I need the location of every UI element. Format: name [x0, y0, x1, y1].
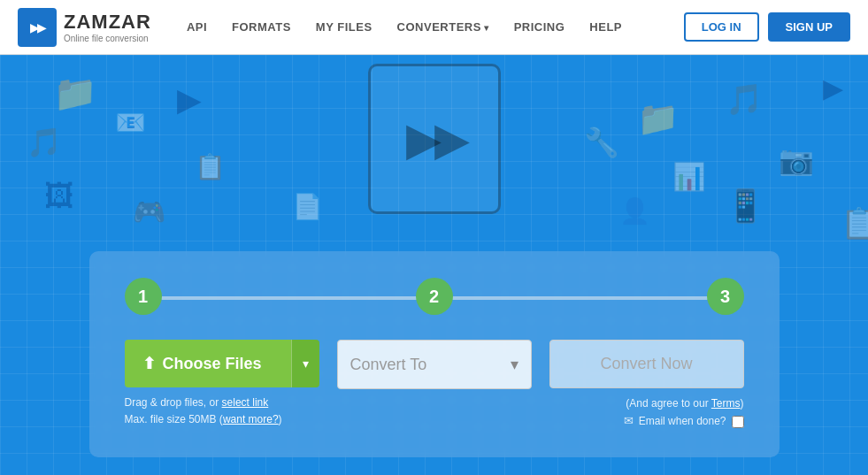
sketch-icon-11: 📷 [779, 143, 814, 177]
agree-text: (And agree to our [626, 397, 711, 410]
nav-links: API FORMATS MY FILES CONVERTERS PRICING … [187, 20, 684, 34]
choose-btn-wrap: ⬆ Choose Files ▾ [125, 340, 319, 387]
navigation: ZAMZAR Online file conversion API FORMAT… [0, 0, 868, 55]
nav-myfiles[interactable]: MY FILES [316, 20, 373, 34]
convert-sub: (And agree to our Terms) ✉ Email when do… [549, 395, 744, 431]
choose-files-button[interactable]: ⬆ Choose Files [125, 340, 291, 387]
logo-name: ZAMZAR [64, 11, 151, 34]
choose-files-hint: Drag & drop files, or select link Max. f… [125, 395, 319, 428]
max-size-text: Max. file size 50MB ( [125, 413, 223, 425]
center-play-sketch [368, 64, 501, 214]
sketch-icon-7: 📋 [195, 152, 226, 181]
nav-converters[interactable]: CONVERTERS [397, 20, 489, 34]
agree-end: ) [741, 397, 744, 410]
email-icon: ✉ [624, 412, 634, 431]
hero-section: 📁 🎵 🖼 📧 🎮 ▶ 📋 📁 📊 🎵 📷 📱 ▶ 📋 🔧 👤 📄 1 2 3 [0, 55, 868, 475]
sketch-icon-16: 👤 [619, 196, 650, 226]
sketch-icon-1: 📁 [53, 73, 97, 114]
choose-files-dropdown-button[interactable]: ▾ [291, 340, 319, 387]
choose-arrow-icon: ▾ [303, 356, 309, 371]
sketch-icon-9: 📊 [672, 161, 705, 192]
signup-button[interactable]: SIGN UP [768, 12, 850, 42]
step-2-circle: 2 [416, 278, 453, 315]
sketch-icon-15: 🔧 [584, 126, 619, 159]
select-link[interactable]: select link [222, 396, 269, 409]
email-checkbox[interactable] [732, 416, 744, 428]
sketch-icon-12: 📱 [726, 188, 765, 225]
sketch-icon-13: ▶ [823, 73, 843, 103]
choose-files-label: Choose Files [163, 355, 262, 373]
logo-tagline: Online file conversion [64, 34, 151, 43]
sketch-icon-2: 🎵 [27, 126, 62, 159]
convert-to-group: Convert To [337, 340, 532, 389]
want-more-link[interactable]: want more? [223, 413, 279, 425]
convert-to-label: Convert To [350, 356, 427, 374]
convert-now-btn-wrap: Convert Now (And agree to our Terms) ✉ E… [549, 340, 744, 431]
convert-to-select[interactable]: Convert To [337, 340, 532, 389]
sketch-icon-10: 🎵 [726, 81, 763, 117]
sketch-icon-8: 📁 [637, 99, 679, 138]
steps-row: 1 2 3 [125, 278, 744, 315]
max-size-end: ) [279, 413, 282, 425]
upload-icon: ⬆ [142, 354, 156, 373]
conversion-panel: 1 2 3 ⬆ Choose Files ▾ Dra [89, 251, 780, 457]
action-row: ⬆ Choose Files ▾ Drag & drop files, or s… [125, 340, 744, 431]
choose-files-group: ⬆ Choose Files ▾ Drag & drop files, or s… [125, 340, 319, 428]
drag-text: Drag & drop files, or [125, 396, 222, 409]
convert-now-button[interactable]: Convert Now [549, 340, 744, 388]
sketch-icon-4: 📧 [115, 108, 146, 137]
terms-link[interactable]: Terms [711, 397, 741, 410]
email-row: ✉ Email when done? [549, 412, 744, 431]
sketch-icon-6: ▶ [177, 81, 202, 119]
convert-now-group: Convert Now (And agree to our Terms) ✉ E… [549, 340, 744, 431]
nav-auth: LOG IN SIGN UP [684, 12, 850, 42]
nav-help[interactable]: HELP [589, 20, 622, 34]
email-label: Email when done? [639, 413, 726, 430]
sketch-icon-14: 📋 [841, 205, 868, 241]
sketch-icon-5: 🎮 [133, 196, 165, 227]
nav-pricing[interactable]: PRICING [514, 20, 565, 34]
login-button[interactable]: LOG IN [684, 12, 759, 42]
logo-icon [18, 8, 57, 47]
nav-formats[interactable]: FORMATS [232, 20, 291, 34]
logo[interactable]: ZAMZAR Online file conversion [18, 8, 151, 47]
step-3-circle: 3 [707, 278, 744, 315]
sketch-icon-3: 🖼 [44, 179, 74, 213]
step-1-circle: 1 [125, 278, 162, 315]
nav-api[interactable]: API [187, 20, 207, 34]
sketch-icon-17: 📄 [292, 192, 323, 221]
